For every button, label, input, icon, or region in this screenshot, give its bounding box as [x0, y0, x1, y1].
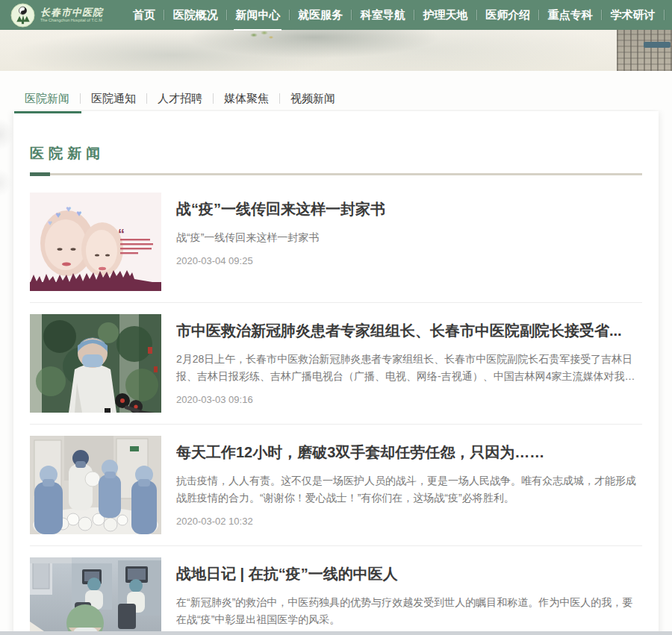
top-navigation-bar: 长春市中医院 The Changchun Hospital of T.C.M 首…	[0, 0, 672, 30]
news-title[interactable]: 战地日记 | 在抗“疫”一线的中医人	[176, 564, 642, 584]
nav-divider	[476, 10, 477, 20]
news-summary: 抗击疫情，人人有责。这不仅是一场医护人员的战斗，更是一场人民战争。唯有众志成城，…	[176, 472, 642, 507]
nav-divider	[164, 10, 164, 20]
svg-text:♥: ♥	[66, 204, 71, 214]
nav-divider	[601, 10, 602, 20]
news-summary: 战“疫”一线传回来这样一封家书	[176, 229, 642, 246]
news-title[interactable]: 每天工作12小时，磨破3双手套却任劳任怨，只因为……	[176, 442, 642, 463]
hospital-name-english: The Changchun Hospital of T.C.M	[40, 18, 102, 22]
nav-item-home[interactable]: 首页	[131, 5, 157, 25]
title-divider	[30, 173, 642, 175]
footer-top-edge	[0, 631, 672, 635]
news-date: 2020-03-02 10:32	[176, 516, 642, 527]
svg-text:♥: ♥	[55, 210, 60, 220]
nav-divider	[664, 10, 665, 20]
tab-media-focus[interactable]: 媒体聚焦	[214, 92, 279, 106]
tab-hospital-notices[interactable]: 医院通知	[81, 92, 146, 106]
header-banner-image	[0, 30, 672, 71]
news-list-item[interactable]: 市中医救治新冠肺炎患者专家组组长、长春市中医院副院长接受省... 2月28日上午…	[30, 303, 642, 425]
tab-video-news[interactable]: 视频新闻	[280, 92, 346, 106]
nav-divider	[538, 10, 539, 20]
nav-divider	[289, 10, 290, 20]
nav-item-medical-services[interactable]: 就医服务	[296, 5, 344, 25]
news-title[interactable]: 战“疫”一线传回来这样一封家书	[176, 199, 642, 219]
banner-hospital-building	[617, 30, 672, 71]
news-item-body: 每天工作12小时，磨破3双手套却任劳任怨，只因为…… 抗击疫情，人人有责。这不仅…	[176, 436, 642, 534]
nav-divider	[351, 10, 352, 20]
news-category-tabs: 医院新闻 医院通知 人才招聘 媒体聚焦 视频新闻	[0, 71, 672, 110]
news-item-body: 战“疫”一线传回来这样一封家书 战“疫”一线传回来这样一封家书 2020-03-…	[176, 193, 642, 291]
news-thumbnail-sorting-photo[interactable]	[30, 436, 161, 534]
banner-building-awning	[644, 42, 671, 48]
nav-item-nursing[interactable]: 护理天地	[421, 5, 469, 25]
nav-item-department-guide[interactable]: 科室导航	[359, 5, 407, 25]
banner-leaf-decoration	[246, 30, 276, 42]
tab-recruitment[interactable]: 人才招聘	[147, 92, 213, 106]
nav-item-hospital-overview[interactable]: 医院概况	[172, 5, 220, 25]
news-list-panel: 医院新闻 ♥ ♥ ♥ ♥ “ 战“疫”一	[13, 111, 659, 635]
news-date: 2020-03-03 09:16	[176, 394, 642, 405]
page-title: 医院新闻	[30, 144, 642, 163]
news-list-item[interactable]: 战地日记 | 在抗“疫”一线的中医人 在“新冠肺炎”的救治中，中医药独具的优势与…	[30, 546, 642, 635]
hospital-emblem-icon	[10, 3, 35, 28]
main-menu: 首页 医院概况 新闻中心 就医服务 科室导航 护理天地 医师介绍 重点专科 学术…	[131, 5, 665, 25]
nav-item-physicians[interactable]: 医师介绍	[484, 5, 532, 25]
news-list-item[interactable]: ♥ ♥ ♥ ♥ “ 战“疫”一线传回来这样一封家书 战“疫”一线传回来这样一封家…	[30, 175, 642, 303]
nav-item-news-center[interactable]: 新闻中心	[234, 5, 281, 25]
news-summary: 在“新冠肺炎”的救治中，中医药独具的优势与疗效越发受到世人的瞩目和称道。作为中医…	[176, 594, 642, 628]
nav-divider	[414, 10, 414, 20]
news-list-item[interactable]: 每天工作12小时，磨破3双手套却任劳任怨，只因为…… 抗击疫情，人人有责。这不仅…	[30, 425, 642, 546]
news-item-body: 战地日记 | 在抗“疫”一线的中医人 在“新冠肺炎”的救治中，中医药独具的优势与…	[176, 557, 642, 635]
news-summary: 2月28日上午，长春市中医救治新冠肺炎患者专家组组长、长春市中医院副院长石贵军接…	[176, 351, 642, 385]
nav-item-academic-research[interactable]: 学术研讨	[609, 5, 657, 25]
news-date: 2020-03-04 09:25	[176, 255, 642, 266]
svg-text:♥: ♥	[48, 219, 52, 227]
news-title[interactable]: 市中医救治新冠肺炎患者专家组组长、长春市中医院副院长接受省...	[176, 321, 642, 341]
svg-text:♥: ♥	[76, 208, 81, 219]
hospital-logo[interactable]: 长春市中医院 The Changchun Hospital of T.C.M	[10, 3, 124, 28]
news-thumbnail-interview-photo[interactable]	[30, 314, 161, 413]
news-thumbnail-control-room-photo[interactable]	[30, 557, 161, 635]
nav-divider	[226, 10, 227, 20]
tab-hospital-news[interactable]: 医院新闻	[25, 92, 80, 106]
news-item-body: 市中医救治新冠肺炎患者专家组组长、长春市中医院副院长接受省... 2月28日上午…	[176, 314, 642, 413]
news-thumbnail-letter-photo[interactable]: ♥ ♥ ♥ ♥ “	[30, 193, 161, 291]
nav-item-key-specialties[interactable]: 重点专科	[547, 5, 594, 25]
hospital-name: 长春市中医院	[40, 7, 108, 18]
